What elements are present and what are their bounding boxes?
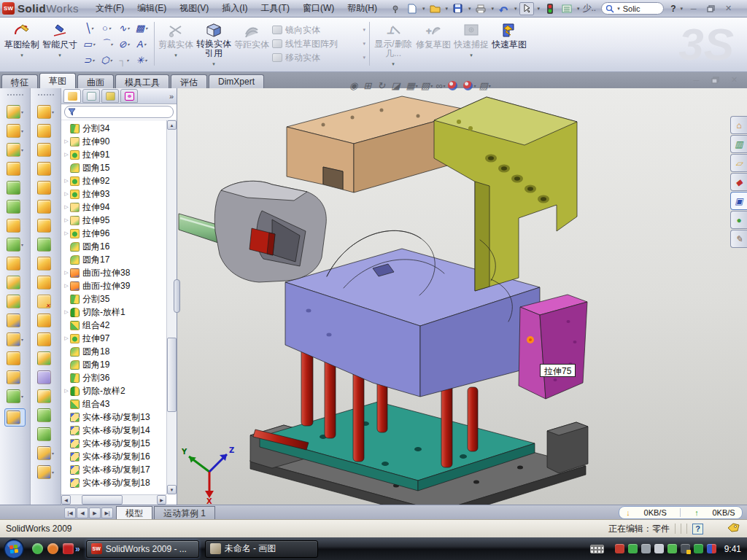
menu-view[interactable]: 视图(V)	[173, 2, 215, 15]
task-solidworks[interactable]: SW SolidWorks 2009 - ...	[86, 540, 199, 558]
thicken-icon[interactable]: ▾	[37, 257, 54, 271]
antivirus-tray-icon[interactable]	[628, 544, 638, 553]
repair-sketch-button[interactable]: + 修复草图	[414, 19, 452, 69]
scroll-up-icon[interactable]: ▲	[167, 120, 177, 130]
rapid-sketch-button[interactable]: 快速草图	[490, 19, 528, 69]
tab-features[interactable]: 特征	[1, 74, 38, 88]
knit-surface-icon[interactable]: ▾	[37, 389, 54, 403]
expand-arrow-icon[interactable]	[63, 230, 70, 236]
tree-item[interactable]: 拉伸95	[63, 214, 166, 227]
keyboard-layout-icon[interactable]	[590, 545, 604, 553]
display-style-icon[interactable]: ▧▾	[421, 80, 433, 91]
vertical-scroll-thumb[interactable]	[167, 338, 177, 413]
security-alert-tray-icon[interactable]	[615, 544, 624, 553]
delete-face-icon[interactable]: ▾	[37, 295, 54, 308]
tree-item[interactable]: 分割34	[63, 122, 166, 135]
tree-item[interactable]: 切除-放样2	[63, 384, 166, 397]
hide-show-items-icon[interactable]: ∞▾	[436, 80, 445, 91]
surface-flange-icon[interactable]: ▾	[37, 238, 54, 252]
appearances-scenes-tab[interactable]: ●	[730, 211, 747, 229]
tab-sketch[interactable]: 草图	[39, 73, 76, 88]
tree-item[interactable]: 切除-放样1	[63, 306, 166, 319]
trim-entities-button[interactable]: 剪裁实体 ▾	[157, 19, 195, 69]
reference-plane-icon[interactable]: ▾	[7, 351, 23, 365]
offset-entities-button[interactable]: 等距实体	[233, 19, 271, 69]
tree-item[interactable]: 拉伸90	[63, 135, 166, 148]
tab-evaluate[interactable]: 评估	[171, 74, 207, 88]
custom-properties-tab[interactable]: ✎	[730, 230, 747, 248]
featuremanager-tab[interactable]	[63, 89, 81, 103]
menu-tools[interactable]: 工具(T)	[255, 2, 296, 15]
tree-item[interactable]: 实体-移动/复制16	[63, 450, 166, 463]
save-icon[interactable]	[451, 2, 465, 15]
tree-item[interactable]: 拉伸96	[63, 227, 166, 240]
scroll-left-icon[interactable]: ◀	[61, 495, 71, 505]
badge-tray-icon[interactable]	[641, 544, 651, 553]
update-tray-icon[interactable]	[667, 544, 677, 553]
scroll-down-icon[interactable]: ▼	[167, 485, 177, 494]
tab-dimxpert[interactable]: DimXpert	[209, 74, 264, 88]
first-tab-button[interactable]: |◀	[64, 508, 76, 518]
menu-edit[interactable]: 编辑(E)	[131, 2, 173, 15]
draft-icon[interactable]: ▾	[7, 200, 23, 214]
tree-item[interactable]: 曲面-拉伸38	[63, 266, 166, 279]
text-tool-icon[interactable]: A▾	[133, 36, 150, 52]
tree-item[interactable]: 拉伸91	[63, 148, 166, 161]
help-button[interactable]: ?	[670, 4, 676, 14]
quick-snaps-button[interactable]: 快速捕捉 ▾	[452, 19, 490, 69]
rectangle-tool-icon[interactable]: ▭▾	[80, 36, 98, 52]
scroll-right-icon[interactable]: ▶	[157, 495, 166, 505]
rebuild-icon[interactable]	[543, 2, 557, 15]
tree-horizontal-scrollbar[interactable]: ◀ ▶	[61, 494, 166, 505]
health-tray-icon[interactable]	[694, 544, 703, 553]
task-paint[interactable]: 未命名 - 画图	[205, 540, 318, 558]
app-quicklaunch-icon[interactable]	[47, 543, 58, 554]
taskbar-clock[interactable]: 9:41	[724, 544, 741, 554]
mirror-entities-button[interactable]: 镜向实体 ▾	[272, 24, 365, 36]
expand-arrow-icon[interactable]	[63, 335, 70, 341]
split-feature-icon[interactable]: ▾	[7, 276, 23, 289]
replace-face-icon[interactable]: ▾	[37, 314, 54, 327]
tree-item[interactable]: 分割35	[63, 292, 166, 306]
start-button[interactable]	[3, 538, 25, 560]
spline-tool-icon[interactable]: ∿▾	[115, 20, 133, 36]
tree-item[interactable]: 实体-移动/复制18	[63, 476, 166, 489]
zoom-fit-icon[interactable]: ◉▾	[349, 80, 360, 91]
tree-item[interactable]: 拉伸93	[63, 187, 166, 201]
solidworks-quicklaunch-icon[interactable]	[63, 543, 74, 554]
slide-block-part[interactable]	[519, 295, 587, 399]
horizontal-scroll-thumb[interactable]	[82, 495, 123, 505]
file-explorer-tab[interactable]: ▱	[730, 154, 747, 172]
search-caret-icon[interactable]: ▾	[617, 6, 620, 12]
panel-splitter-handle[interactable]	[174, 279, 180, 313]
view-orientation-icon[interactable]: ▦▾	[406, 80, 418, 91]
doc-restore-button[interactable]	[708, 74, 722, 85]
untrim-surface-icon[interactable]: ▾	[37, 370, 54, 384]
menu-help[interactable]: 帮助(H)	[341, 2, 384, 15]
slot-tool-icon[interactable]: ⊃▾	[80, 52, 98, 68]
panel-tabs-more-button[interactable]: »	[169, 92, 174, 101]
shell-icon[interactable]: ▾	[7, 181, 23, 195]
view-rotate-icon[interactable]: ↻▾	[377, 80, 388, 91]
section-view-icon[interactable]: ◪▾	[391, 80, 403, 91]
expand-arrow-icon[interactable]	[63, 217, 70, 223]
expand-arrow-icon[interactable]	[63, 270, 70, 276]
graphics-viewport[interactable]: Y Z X ◉▾⊞▾↻▾◪▾▦▾▧▾∞▾▾▾▨▾ 拉伸75 ⌂▥▱◆▣●✎	[177, 88, 747, 505]
freeform-icon[interactable]: ▾	[37, 427, 54, 441]
expand-arrow-icon[interactable]	[63, 152, 70, 158]
network-warning-tray-icon[interactable]	[681, 544, 690, 553]
combine-feature-icon[interactable]: ▾	[7, 295, 23, 308]
reference-point-icon[interactable]: ▾	[7, 332, 23, 346]
doc-close-button[interactable]: ✕	[727, 74, 741, 85]
sketch-fillet-icon[interactable]: ┐▾	[115, 52, 133, 68]
search-input[interactable]: ▾ Solic	[601, 2, 664, 15]
view-palette-tab[interactable]: ▣	[730, 192, 747, 210]
solidworks-resources-tab[interactable]: ⌂	[730, 116, 747, 134]
menu-insert[interactable]: 插入(I)	[215, 2, 254, 15]
tree-item[interactable]: 拉伸92	[63, 174, 166, 187]
tree-item[interactable]: 圆角16	[63, 240, 166, 253]
expand-arrow-icon[interactable]	[63, 309, 70, 315]
tree-item[interactable]: 实体-移动/复制15	[63, 437, 166, 450]
reference-axis-icon[interactable]: ▾	[7, 370, 23, 384]
network-speed-widget[interactable]: ↓ 0KB/S ↑ 0KB/S	[619, 506, 743, 519]
